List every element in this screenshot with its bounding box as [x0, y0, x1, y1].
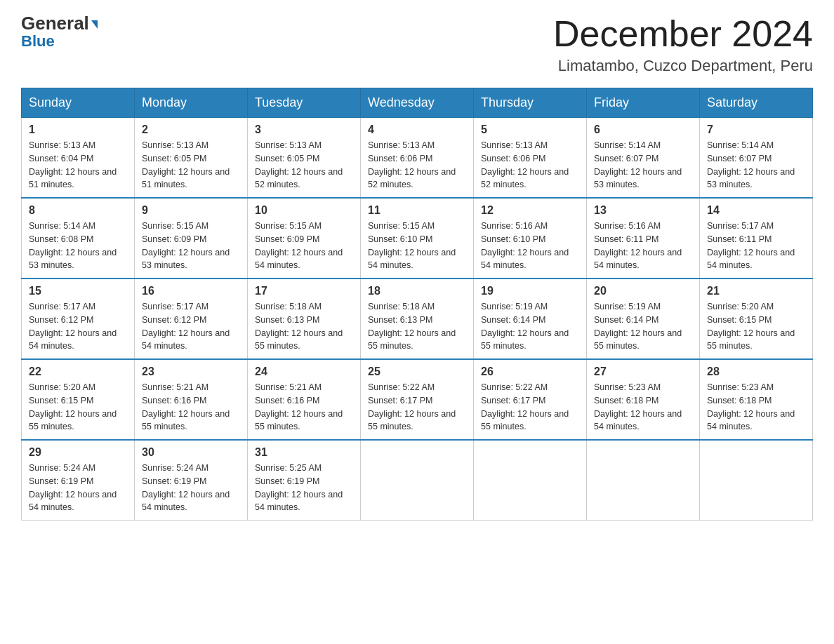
- day-info: Sunrise: 5:16 AMSunset: 6:10 PMDaylight:…: [481, 220, 579, 272]
- calendar-cell: 20Sunrise: 5:19 AMSunset: 6:14 PMDayligh…: [587, 279, 700, 359]
- day-number: 1: [29, 123, 127, 136]
- day-info: Sunrise: 5:16 AMSunset: 6:11 PMDaylight:…: [594, 220, 692, 272]
- day-number: 19: [481, 285, 579, 297]
- day-number: 16: [142, 285, 240, 297]
- day-number: 22: [29, 365, 127, 378]
- day-info: Sunrise: 5:18 AMSunset: 6:13 PMDaylight:…: [255, 300, 353, 353]
- day-info: Sunrise: 5:19 AMSunset: 6:14 PMDaylight:…: [594, 300, 692, 353]
- day-number: 29: [29, 446, 127, 459]
- day-number: 7: [707, 123, 805, 136]
- calendar-cell: 2Sunrise: 5:13 AMSunset: 6:05 PMDaylight…: [135, 118, 248, 199]
- col-header-sunday: Sunday: [22, 88, 135, 118]
- calendar-cell: [361, 440, 474, 521]
- calendar-cell: 8Sunrise: 5:14 AMSunset: 6:08 PMDaylight…: [22, 198, 135, 279]
- day-info: Sunrise: 5:20 AMSunset: 6:15 PMDaylight:…: [707, 300, 805, 353]
- day-info: Sunrise: 5:15 AMSunset: 6:10 PMDaylight:…: [368, 220, 466, 272]
- calendar-cell: 22Sunrise: 5:20 AMSunset: 6:15 PMDayligh…: [22, 359, 135, 440]
- day-number: 14: [707, 204, 805, 217]
- calendar-cell: 5Sunrise: 5:13 AMSunset: 6:06 PMDaylight…: [474, 118, 587, 199]
- day-info: Sunrise: 5:14 AMSunset: 6:08 PMDaylight:…: [29, 220, 127, 272]
- day-info: Sunrise: 5:13 AMSunset: 6:06 PMDaylight:…: [481, 139, 579, 192]
- day-info: Sunrise: 5:24 AMSunset: 6:19 PMDaylight:…: [142, 462, 240, 514]
- day-number: 18: [368, 285, 466, 297]
- day-info: Sunrise: 5:22 AMSunset: 6:17 PMDaylight:…: [481, 381, 579, 434]
- calendar-cell: [474, 440, 587, 521]
- location-title: Limatambo, Cuzco Department, Peru: [553, 57, 813, 75]
- day-info: Sunrise: 5:25 AMSunset: 6:19 PMDaylight:…: [255, 462, 353, 514]
- calendar-cell: 29Sunrise: 5:24 AMSunset: 6:19 PMDayligh…: [22, 440, 135, 521]
- calendar-cell: 15Sunrise: 5:17 AMSunset: 6:12 PMDayligh…: [22, 279, 135, 359]
- calendar-cell: 27Sunrise: 5:23 AMSunset: 6:18 PMDayligh…: [587, 359, 700, 440]
- calendar-week-1: 1Sunrise: 5:13 AMSunset: 6:04 PMDaylight…: [22, 118, 813, 199]
- day-number: 27: [594, 365, 692, 378]
- calendar-cell: 4Sunrise: 5:13 AMSunset: 6:06 PMDaylight…: [361, 118, 474, 199]
- calendar-cell: 7Sunrise: 5:14 AMSunset: 6:07 PMDaylight…: [700, 118, 813, 199]
- calendar-week-4: 22Sunrise: 5:20 AMSunset: 6:15 PMDayligh…: [22, 359, 813, 440]
- day-number: 15: [29, 285, 127, 297]
- logo-general: General: [21, 14, 98, 32]
- day-number: 3: [255, 123, 353, 136]
- day-number: 5: [481, 123, 579, 136]
- day-number: 2: [142, 123, 240, 136]
- calendar-cell: 6Sunrise: 5:14 AMSunset: 6:07 PMDaylight…: [587, 118, 700, 199]
- calendar-cell: 1Sunrise: 5:13 AMSunset: 6:04 PMDaylight…: [22, 118, 135, 199]
- day-info: Sunrise: 5:13 AMSunset: 6:05 PMDaylight:…: [142, 139, 240, 192]
- day-number: 28: [707, 365, 805, 378]
- calendar-cell: 13Sunrise: 5:16 AMSunset: 6:11 PMDayligh…: [587, 198, 700, 279]
- day-info: Sunrise: 5:21 AMSunset: 6:16 PMDaylight:…: [255, 381, 353, 434]
- calendar-cell: 17Sunrise: 5:18 AMSunset: 6:13 PMDayligh…: [248, 279, 361, 359]
- day-number: 31: [255, 446, 353, 459]
- day-number: 8: [29, 204, 127, 217]
- day-number: 11: [368, 204, 466, 217]
- day-number: 4: [368, 123, 466, 136]
- calendar-cell: [700, 440, 813, 521]
- calendar-cell: 31Sunrise: 5:25 AMSunset: 6:19 PMDayligh…: [248, 440, 361, 521]
- day-number: 13: [594, 204, 692, 217]
- calendar-week-3: 15Sunrise: 5:17 AMSunset: 6:12 PMDayligh…: [22, 279, 813, 359]
- calendar-cell: 10Sunrise: 5:15 AMSunset: 6:09 PMDayligh…: [248, 198, 361, 279]
- calendar-cell: 3Sunrise: 5:13 AMSunset: 6:05 PMDaylight…: [248, 118, 361, 199]
- col-header-thursday: Thursday: [474, 88, 587, 118]
- calendar-cell: 14Sunrise: 5:17 AMSunset: 6:11 PMDayligh…: [700, 198, 813, 279]
- day-info: Sunrise: 5:14 AMSunset: 6:07 PMDaylight:…: [594, 139, 692, 192]
- day-info: Sunrise: 5:17 AMSunset: 6:12 PMDaylight:…: [29, 300, 127, 353]
- month-title: December 2024: [553, 14, 813, 54]
- calendar-cell: 30Sunrise: 5:24 AMSunset: 6:19 PMDayligh…: [135, 440, 248, 521]
- logo-blue: Blue: [21, 32, 55, 51]
- calendar-week-2: 8Sunrise: 5:14 AMSunset: 6:08 PMDaylight…: [22, 198, 813, 279]
- page-header: General Blue December 2024 Limatambo, Cu…: [21, 14, 813, 75]
- day-info: Sunrise: 5:22 AMSunset: 6:17 PMDaylight:…: [368, 381, 466, 434]
- day-number: 21: [707, 285, 805, 297]
- calendar-week-5: 29Sunrise: 5:24 AMSunset: 6:19 PMDayligh…: [22, 440, 813, 521]
- calendar-cell: 18Sunrise: 5:18 AMSunset: 6:13 PMDayligh…: [361, 279, 474, 359]
- day-number: 9: [142, 204, 240, 217]
- day-info: Sunrise: 5:19 AMSunset: 6:14 PMDaylight:…: [481, 300, 579, 353]
- day-number: 10: [255, 204, 353, 217]
- day-info: Sunrise: 5:14 AMSunset: 6:07 PMDaylight:…: [707, 139, 805, 192]
- calendar-cell: 16Sunrise: 5:17 AMSunset: 6:12 PMDayligh…: [135, 279, 248, 359]
- day-info: Sunrise: 5:15 AMSunset: 6:09 PMDaylight:…: [142, 220, 240, 272]
- day-number: 6: [594, 123, 692, 136]
- day-number: 26: [481, 365, 579, 378]
- col-header-saturday: Saturday: [700, 88, 813, 118]
- day-info: Sunrise: 5:20 AMSunset: 6:15 PMDaylight:…: [29, 381, 127, 434]
- day-info: Sunrise: 5:15 AMSunset: 6:09 PMDaylight:…: [255, 220, 353, 272]
- day-number: 25: [368, 365, 466, 378]
- title-block: December 2024 Limatambo, Cuzco Departmen…: [553, 14, 813, 75]
- calendar-cell: 19Sunrise: 5:19 AMSunset: 6:14 PMDayligh…: [474, 279, 587, 359]
- day-info: Sunrise: 5:13 AMSunset: 6:05 PMDaylight:…: [255, 139, 353, 192]
- day-number: 20: [594, 285, 692, 297]
- day-info: Sunrise: 5:13 AMSunset: 6:06 PMDaylight:…: [368, 139, 466, 192]
- day-info: Sunrise: 5:13 AMSunset: 6:04 PMDaylight:…: [29, 139, 127, 192]
- col-header-wednesday: Wednesday: [361, 88, 474, 118]
- col-header-tuesday: Tuesday: [248, 88, 361, 118]
- day-info: Sunrise: 5:23 AMSunset: 6:18 PMDaylight:…: [594, 381, 692, 434]
- calendar-cell: 28Sunrise: 5:23 AMSunset: 6:18 PMDayligh…: [700, 359, 813, 440]
- day-info: Sunrise: 5:17 AMSunset: 6:11 PMDaylight:…: [707, 220, 805, 272]
- calendar-header-row: SundayMondayTuesdayWednesdayThursdayFrid…: [22, 88, 813, 118]
- col-header-friday: Friday: [587, 88, 700, 118]
- day-info: Sunrise: 5:18 AMSunset: 6:13 PMDaylight:…: [368, 300, 466, 353]
- calendar-cell: 26Sunrise: 5:22 AMSunset: 6:17 PMDayligh…: [474, 359, 587, 440]
- day-info: Sunrise: 5:23 AMSunset: 6:18 PMDaylight:…: [707, 381, 805, 434]
- calendar-cell: 25Sunrise: 5:22 AMSunset: 6:17 PMDayligh…: [361, 359, 474, 440]
